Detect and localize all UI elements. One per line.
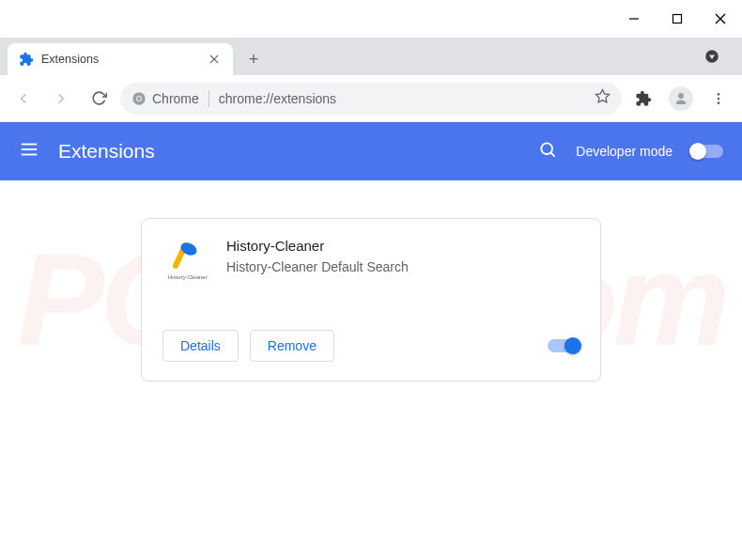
remove-button[interactable]: Remove (250, 330, 334, 362)
browser-tab-extensions[interactable]: Extensions (8, 43, 233, 75)
extensions-puzzle-icon[interactable] (627, 83, 659, 115)
svg-rect-1 (673, 15, 682, 23)
omnibox-url: chrome://extensions (219, 91, 585, 106)
omnibox-prefix: Chrome (152, 91, 199, 106)
tab-title: Extensions (41, 53, 199, 66)
extension-card: History-Cleaner History-Cleaner History-… (141, 218, 601, 381)
extension-icon: History-Cleaner (162, 238, 208, 283)
reload-button[interactable] (83, 83, 115, 115)
details-button[interactable]: Details (162, 330, 239, 362)
svg-text:History-Cleaner: History-Cleaner (168, 274, 208, 280)
bookmark-star-icon[interactable] (595, 88, 611, 108)
site-chip: Chrome (131, 91, 199, 106)
extension-name: History-Cleaner (226, 238, 409, 254)
avatar-icon (669, 86, 693, 111)
tab-strip: Extensions + (0, 38, 742, 75)
toggle-knob (564, 337, 581, 354)
search-icon[interactable] (538, 140, 557, 163)
content-area: PC risk.com History-Cleaner History-Clea… (0, 180, 742, 419)
kebab-menu-icon[interactable] (703, 83, 734, 115)
back-button[interactable] (8, 83, 39, 115)
hamburger-menu-icon[interactable] (19, 139, 39, 163)
toolbar: Chrome chrome://extensions (0, 75, 742, 122)
svg-point-12 (678, 93, 684, 99)
media-control-button[interactable] (699, 43, 725, 70)
window-maximize-button[interactable] (656, 0, 699, 38)
svg-point-13 (718, 93, 720, 96)
developer-mode-toggle[interactable] (691, 145, 723, 158)
developer-mode-label: Developer mode (576, 144, 672, 159)
page-title: Extensions (58, 140, 519, 163)
puzzle-piece-icon (19, 52, 34, 67)
svg-point-15 (718, 101, 720, 104)
extensions-header: Extensions Developer mode (0, 122, 742, 180)
extension-enable-toggle[interactable] (548, 339, 580, 352)
svg-line-20 (551, 153, 555, 157)
extension-description: History-Cleaner Default Search (226, 259, 409, 274)
svg-point-10 (137, 97, 141, 101)
svg-point-14 (718, 97, 720, 100)
profile-button[interactable] (665, 83, 697, 115)
svg-marker-11 (595, 89, 609, 101)
svg-point-19 (542, 143, 553, 154)
toggle-knob (689, 143, 706, 160)
window-close-button[interactable] (699, 0, 742, 38)
window-minimize-button[interactable] (612, 0, 656, 38)
new-tab-button[interactable]: + (240, 46, 267, 72)
window-titlebar (0, 0, 742, 38)
chrome-icon (131, 91, 147, 106)
tab-close-icon[interactable] (207, 52, 222, 67)
omnibox-divider (209, 90, 209, 107)
address-bar[interactable]: Chrome chrome://extensions (120, 83, 622, 115)
forward-button[interactable] (45, 83, 77, 115)
